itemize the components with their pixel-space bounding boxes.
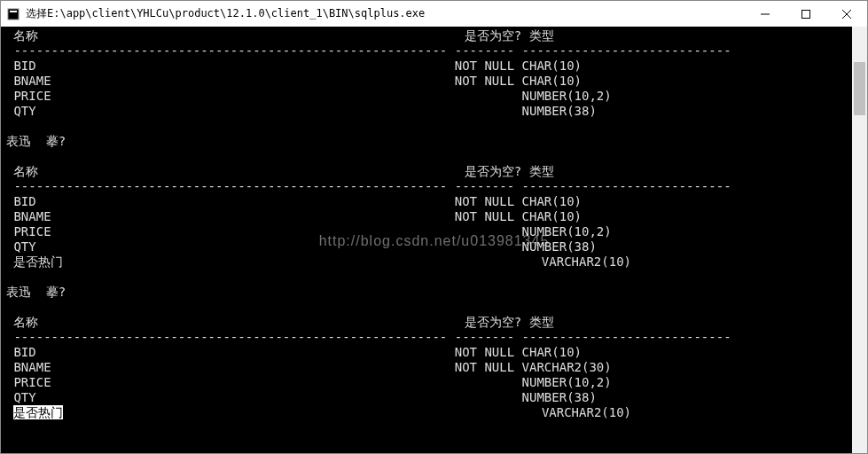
maximize-button[interactable] (786, 1, 826, 27)
close-button[interactable] (826, 1, 867, 27)
console-output[interactable]: 名称 是否为空? 类型 ----------------------------… (1, 27, 867, 453)
svg-rect-3 (802, 10, 810, 18)
app-icon (6, 7, 20, 21)
scrollbar-thumb[interactable] (854, 62, 865, 115)
window-titlebar: 选择E:\app\client\YHLCu\product\12.1.0\cli… (1, 1, 867, 27)
svg-rect-0 (8, 9, 19, 20)
selection-highlight: 是否热门 (13, 405, 63, 419)
window-controls (745, 1, 867, 27)
watermark-text: http://blog.csdn.net/u013981345 (319, 232, 550, 247)
vertical-scrollbar[interactable] (852, 27, 867, 453)
window-title: 选择E:\app\client\YHLCu\product\12.1.0\cli… (26, 6, 425, 21)
svg-rect-1 (10, 11, 17, 12)
minimize-button[interactable] (745, 1, 786, 27)
